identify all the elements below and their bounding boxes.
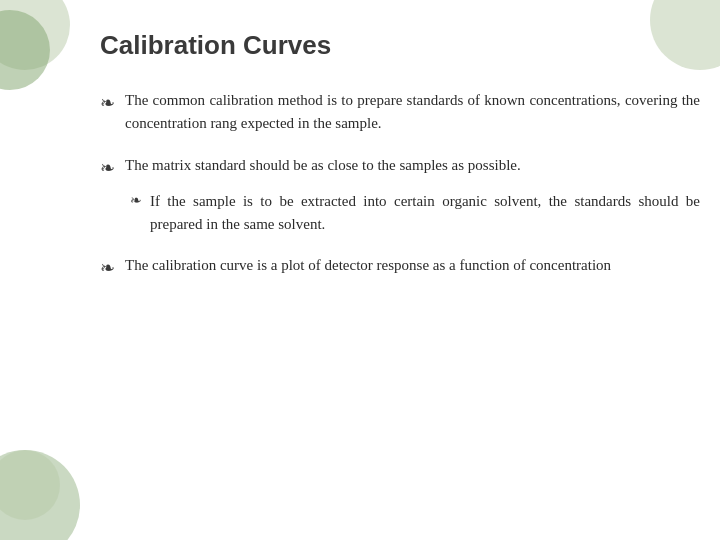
bullet-list: ❧ The common calibration method is to pr…: [100, 89, 700, 282]
deco-bottom-left: [0, 420, 100, 540]
sub-bullet-item-1: ❧ If the sample is to be extracted into …: [100, 190, 700, 237]
deco-top-left: [0, 0, 90, 90]
bullet-text-3: The calibration curve is a plot of detec…: [125, 254, 611, 277]
bullet-symbol-3: ❧: [100, 255, 115, 282]
main-content: Calibration Curves ❧ The common calibrat…: [100, 30, 700, 520]
bullet-item-3: ❧ The calibration curve is a plot of det…: [100, 254, 700, 282]
bullet-text-1: The common calibration method is to prep…: [125, 89, 700, 136]
bullet-item-2: ❧ The matrix standard should be as close…: [100, 154, 700, 237]
bullet-symbol-1: ❧: [100, 90, 115, 117]
bullet-text-2: The matrix standard should be as close t…: [125, 154, 521, 177]
sub-bullet-text-1: If the sample is to be extracted into ce…: [150, 190, 700, 237]
sub-bullet-symbol-1: ❧: [130, 190, 142, 211]
bullet-item-1: ❧ The common calibration method is to pr…: [100, 89, 700, 136]
slide-title: Calibration Curves: [100, 30, 700, 61]
bullet-symbol-2: ❧: [100, 155, 115, 182]
